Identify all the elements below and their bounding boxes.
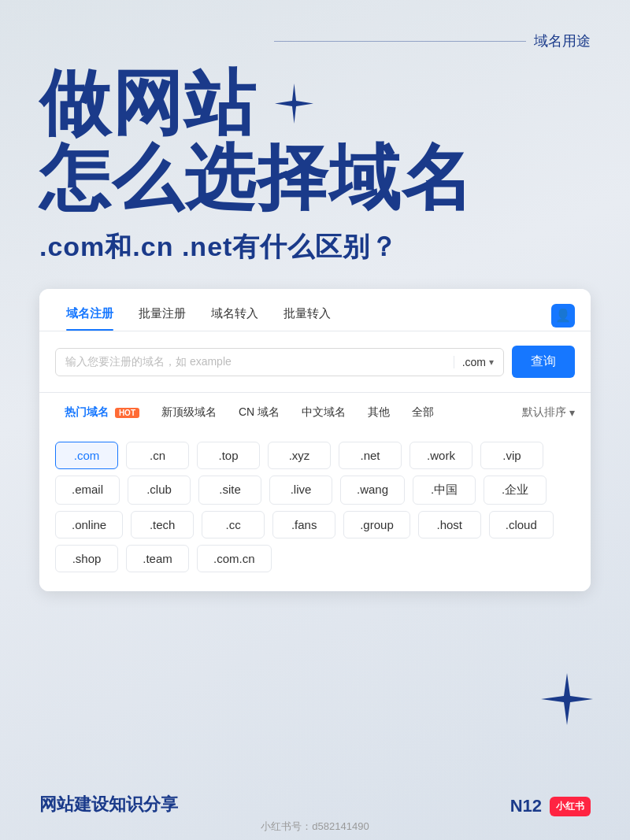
domain-chip-online[interactable]: .online <box>55 511 123 538</box>
domain-chip-work[interactable]: .work <box>410 442 472 469</box>
filter-other[interactable]: 其他 <box>358 402 399 423</box>
panel-tabs: 域名注册 批量注册 域名转入 批量转入 👤 <box>39 289 591 331</box>
divider-line <box>274 41 526 42</box>
domain-chip-fans[interactable]: .fans <box>272 511 335 538</box>
domain-row-4: .shop .team .com.cn <box>55 545 575 572</box>
domain-chip-cc[interactable]: .cc <box>202 511 265 538</box>
sort-label: 默认排序 <box>522 405 566 420</box>
footer: 网站建设知识分享 N12 小红书 <box>39 777 591 816</box>
title-line1: 做网站 <box>39 66 257 141</box>
sort-chevron-icon: ▾ <box>569 406 575 419</box>
hero-section: 做网站 怎么选择域名 .com和.cn .net有什么区别？ <box>39 66 591 265</box>
search-input-wrapper[interactable]: 输入您要注册的域名，如 example .com ▾ <box>55 348 504 376</box>
domain-chip-net[interactable]: .net <box>339 442 402 469</box>
login-icon[interactable]: 👤 <box>551 304 575 327</box>
domain-chip-cn[interactable]: .cn <box>126 442 189 469</box>
tab-batch-register[interactable]: 批量注册 <box>128 300 197 331</box>
filter-hot-domains[interactable]: 热门域名 HOT <box>55 402 149 423</box>
domain-chip-wang[interactable]: .wang <box>340 476 405 505</box>
big-sparkle-icon <box>539 672 595 730</box>
domain-chip-live[interactable]: .live <box>269 476 332 505</box>
tab-batch-transfer[interactable]: 批量转入 <box>272 300 342 331</box>
domain-panel: 域名注册 批量注册 域名转入 批量转入 👤 输入您要注册的域名，如 exampl… <box>39 289 591 591</box>
domain-chip-com[interactable]: .com <box>55 442 118 469</box>
domain-chip-top[interactable]: .top <box>197 442 260 469</box>
title-line2: 怎么选择域名 <box>39 141 591 216</box>
title-row1: 做网站 <box>39 66 591 141</box>
domain-chip-club[interactable]: .club <box>128 476 191 505</box>
search-button[interactable]: 查询 <box>512 346 575 378</box>
xiaohongshu-logo: 小红书 <box>550 797 591 816</box>
hot-badge: HOT <box>115 408 139 418</box>
filter-chinese[interactable]: 中文域名 <box>292 402 355 423</box>
domain-row-3: .online .tech .cc .fans .group .host .cl… <box>55 511 575 538</box>
domain-chip-cloud[interactable]: .cloud <box>489 511 554 538</box>
footer-right: N12 小红书 <box>510 796 591 816</box>
tab-domain-transfer[interactable]: 域名转入 <box>200 300 269 331</box>
footer-left-text: 网站建设知识分享 <box>39 793 178 816</box>
domain-chip-tech[interactable]: .tech <box>131 511 194 538</box>
domain-row-2: .email .club .site .live .wang .中国 .企业 <box>55 476 575 505</box>
top-bar: 域名用途 <box>39 31 591 50</box>
domain-chip-zhongguo[interactable]: .中国 <box>413 476 476 505</box>
watermark: 小红书号：d582141490 <box>261 820 369 834</box>
domain-chip-shop[interactable]: .shop <box>55 545 118 572</box>
domain-chip-team[interactable]: .team <box>126 545 189 572</box>
search-placeholder-text: 输入您要注册的域名，如 example <box>65 355 447 369</box>
domain-chip-vip[interactable]: .vip <box>480 442 543 469</box>
tab-domain-register[interactable]: 域名注册 <box>55 300 124 331</box>
domain-chip-xyz[interactable]: .xyz <box>268 442 331 469</box>
domain-chip-group[interactable]: .group <box>343 511 410 538</box>
domain-chip-site[interactable]: .site <box>198 476 261 505</box>
domain-chip-qiye[interactable]: .企业 <box>484 476 547 505</box>
domain-grid: .com .cn .top .xyz .net .work .vip .emai… <box>39 432 591 591</box>
domain-suffix-value: .com <box>462 356 486 368</box>
filter-all[interactable]: 全部 <box>402 402 443 423</box>
filter-new-tld[interactable]: 新顶级域名 <box>152 402 226 423</box>
hero-subtitle: .com和.cn .net有什么区别？ <box>39 229 591 265</box>
domain-use-label: 域名用途 <box>534 31 591 50</box>
search-row: 输入您要注册的域名，如 example .com ▾ 查询 <box>39 331 591 393</box>
domain-row-1: .com .cn .top .xyz .net .work .vip <box>55 442 575 469</box>
domain-chip-email[interactable]: .email <box>55 476 120 505</box>
n12-text: N12 <box>510 796 542 816</box>
domain-chip-comcn[interactable]: .com.cn <box>197 545 272 572</box>
chevron-down-icon: ▾ <box>489 357 494 368</box>
filter-cn[interactable]: CN 域名 <box>229 402 289 423</box>
sort-control[interactable]: 默认排序 ▾ <box>522 405 575 420</box>
domain-suffix-selector[interactable]: .com ▾ <box>454 356 494 368</box>
filter-row: 热门域名 HOT 新顶级域名 CN 域名 中文域名 其他 全部 默认排序 ▾ <box>39 393 591 432</box>
sparkle-icon <box>272 82 316 125</box>
domain-chip-host[interactable]: .host <box>418 511 481 538</box>
